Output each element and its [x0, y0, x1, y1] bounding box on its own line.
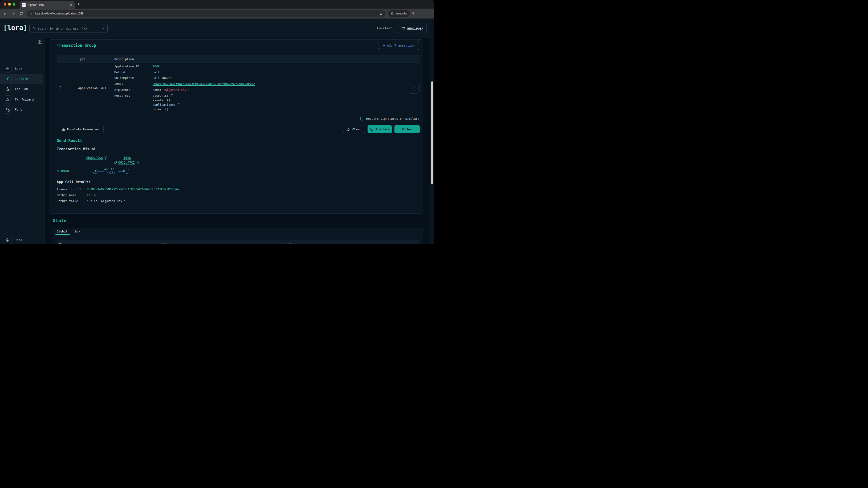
sidebar-item-fund[interactable]: Fund [0, 105, 44, 115]
logo-open-bracket: [ [3, 24, 7, 32]
sidebar-collapse-icon[interactable] [38, 40, 42, 44]
search-input[interactable] [38, 27, 101, 30]
require-signatures-label: Require signatures on simulate [366, 117, 419, 121]
row-divider [57, 113, 420, 114]
close-window-button[interactable] [4, 3, 6, 6]
column-type: Type [160, 242, 167, 244]
add-transaction-button[interactable]: + Add Transaction [378, 41, 419, 50]
zoom-window-button[interactable] [13, 3, 16, 6]
arrow-left-icon [4, 65, 12, 73]
clear-label: Clear [352, 128, 361, 131]
table-header: Type Description [57, 55, 420, 63]
application-id-value: 1048 [153, 65, 160, 68]
sidebar-item-explore[interactable]: Explore [0, 74, 43, 84]
minimize-window-button[interactable] [8, 3, 11, 6]
transaction-group-title: Transaction Group [57, 43, 96, 48]
transaction-id-link[interactable]: MLAMKB4ANXZ5NA2XY7ZNF3EAIROHVWPAB4A7CLT6… [87, 188, 179, 191]
browser-window: [ak] AlgoKit - lora ✕ + lora.algokit.io/… [0, 0, 434, 244]
flask-icon [4, 85, 12, 93]
sidebar-item-back[interactable]: Back [0, 64, 44, 74]
resource-line: boxes: [] [153, 107, 168, 111]
graph-app-link[interactable]: 1048 [123, 156, 131, 160]
telescope-icon [4, 75, 12, 83]
tab-close-icon[interactable]: ✕ [70, 3, 72, 6]
graph-group-link[interactable]: O6JJ…F7CI [118, 161, 135, 164]
eraser-icon [347, 127, 350, 131]
sidebar-item-label: Explore [15, 77, 28, 80]
sidebar-item-app-lab[interactable]: App Lab [0, 84, 44, 94]
incognito-badge: Incognito [388, 10, 410, 17]
sidebar-item-dark[interactable]: Dark [0, 235, 44, 244]
sidebar-item-label: App Lab [15, 87, 28, 91]
graph-target-node[interactable] [124, 169, 129, 174]
url-bar[interactable]: lora.algokit.io/localnet/application/104… [27, 10, 385, 17]
row-type: Application Call [78, 86, 106, 90]
search-clear-icon[interactable]: ✕ [103, 27, 105, 30]
sender-value: HMWDSHQCOPD2T36WBAHLAZ6PO5GDJJZBN4D2TODK… [153, 82, 255, 86]
paper-plane-icon [401, 127, 404, 131]
sidebar-item-label: Txn Wizard [15, 98, 34, 101]
browser-menu-icon[interactable]: ••• [412, 12, 414, 15]
tab-favicon: [ak] [22, 3, 26, 7]
resource-line: applications: [] [153, 103, 181, 106]
tab-global[interactable]: Global [57, 230, 67, 233]
incognito-label: Incognito [396, 12, 407, 15]
logo-text: lora [7, 24, 23, 32]
transaction-group-card: Transaction Group + Add Transaction Type… [49, 39, 423, 214]
field-label: Resources [114, 94, 130, 97]
download-tray-icon [62, 127, 65, 131]
tab-box[interactable]: Box [75, 230, 80, 233]
edge-label-method: hello [102, 171, 120, 175]
require-signatures-checkbox[interactable] [360, 117, 364, 121]
site-info-icon[interactable] [29, 12, 33, 15]
require-signatures-row: Require signatures on simulate [360, 117, 419, 121]
edge-label-type: App Call [102, 167, 120, 171]
incognito-spy-icon [390, 12, 394, 15]
bookmark-star-icon[interactable] [379, 12, 383, 15]
graph-source-node[interactable]: 1 [93, 169, 98, 174]
browser-tab[interactable]: [ak] AlgoKit - lora ✕ [20, 1, 74, 8]
simulate-button[interactable]: Simulate [368, 125, 392, 133]
field-label: Sender [114, 82, 125, 86]
scrollbar-thumb[interactable] [431, 81, 433, 184]
search-icon [32, 27, 36, 30]
lora-logo[interactable]: [lora] [3, 24, 27, 32]
result-label: Method name [57, 193, 76, 197]
play-square-icon [370, 127, 374, 131]
tab-strip: [ak] AlgoKit - lora ✕ + [0, 0, 434, 8]
link-chain-icon [114, 161, 117, 164]
sidebar: Back Explore App Lab Txn Wizard [0, 38, 44, 244]
forward-nav-icon[interactable] [10, 10, 16, 17]
row-menu-button[interactable] [410, 84, 420, 94]
send-button[interactable]: Send [395, 125, 420, 133]
state-table-header: Key Type Value [57, 240, 420, 244]
wallet-button[interactable]: HMWD…PQSA [398, 24, 427, 33]
main-content: Transaction Group + Add Transaction Type… [44, 38, 434, 244]
state-title: State [53, 218, 66, 223]
application-id-link[interactable]: 1048 [153, 65, 160, 68]
send-result-title: Send Result [57, 138, 82, 143]
graph-from-header: HMWD…PQSA 1 [86, 156, 107, 160]
back-nav-icon[interactable] [2, 10, 8, 17]
field-label: Arguments [114, 88, 130, 92]
app-call-results-title: App Call Results [57, 180, 90, 184]
drag-handle[interactable] [60, 86, 62, 90]
state-card: Global Box Key Type Value [53, 228, 423, 244]
populate-resources-button[interactable]: Populate Resources [57, 125, 104, 133]
tab-title: AlgoKit - lora [28, 3, 68, 6]
clear-button[interactable]: Clear [343, 125, 365, 133]
add-transaction-label: Add Transaction [387, 43, 414, 47]
field-label: Method [114, 70, 125, 74]
lora-app: [lora] ✕ LocalNet HMWD…PQSA [0, 19, 434, 244]
graph-from-link[interactable]: HMWD…PQSA [86, 156, 103, 160]
app-header: [lora] ✕ LocalNet HMWD…PQSA [0, 19, 434, 38]
reload-icon[interactable] [18, 10, 24, 17]
arguments-value: name: "Algorand Dev!" [153, 88, 190, 92]
search-box[interactable]: ✕ [29, 24, 107, 33]
graph-from-badge: 1 [104, 156, 107, 160]
return-value: "Hello, Algorand Dev!" [87, 199, 126, 203]
graph-row-link[interactable]: MLAMKB4… [57, 169, 71, 173]
sender-link[interactable]: HMWDSHQCOPD2T36WBAHLAZ6PO5GDJJZBN4D2TODK… [153, 82, 255, 86]
new-tab-button[interactable]: + [77, 2, 80, 7]
sidebar-item-txn-wizard[interactable]: Txn Wizard [0, 94, 44, 104]
